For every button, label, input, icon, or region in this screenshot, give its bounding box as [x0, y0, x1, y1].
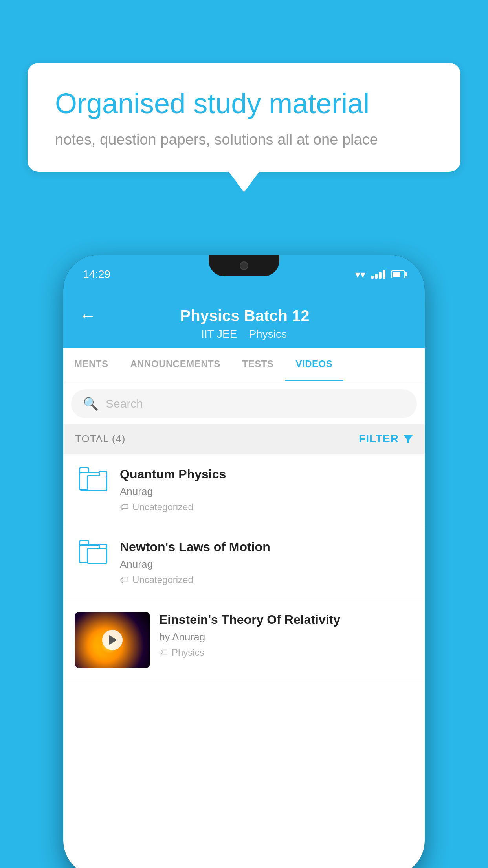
list-item[interactable]: Einstein's Theory Of Relativity by Anura…: [63, 599, 425, 681]
search-input[interactable]: Search: [106, 397, 143, 410]
video-tag: 🏷 Uncategorized: [120, 574, 413, 585]
video-tag: 🏷 Uncategorized: [120, 502, 413, 513]
tab-tests[interactable]: TESTS: [231, 348, 285, 381]
tag-icon: 🏷: [120, 502, 128, 512]
tag-icon: 🏷: [120, 575, 128, 585]
video-title: Einstein's Theory Of Relativity: [159, 612, 413, 627]
app-header: ← Physics Batch 12 IIT JEE Physics: [63, 294, 425, 348]
wifi-icon: ▾▾: [355, 268, 365, 281]
search-container: 🔍 Search: [63, 381, 425, 424]
video-author: by Anurag: [159, 631, 413, 643]
video-info: Newton's Laws of Motion Anurag 🏷 Uncateg…: [120, 540, 413, 585]
camera: [240, 261, 248, 270]
speech-bubble: Organised study material notes, question…: [28, 63, 460, 172]
battery-icon: [391, 270, 405, 278]
video-author: Anurag: [120, 558, 413, 570]
total-count: TOTAL (4): [75, 433, 125, 445]
page-title: Physics Batch 12: [96, 307, 393, 325]
video-list: Quantum Physics Anurag 🏷 Uncategorized: [63, 454, 425, 681]
search-icon: 🔍: [83, 396, 99, 411]
play-button[interactable]: [102, 630, 123, 650]
header-top: ← Physics Batch 12: [79, 306, 409, 326]
status-icons: ▾▾: [355, 268, 405, 281]
video-info: Einstein's Theory Of Relativity by Anura…: [159, 612, 413, 658]
tab-ments[interactable]: MENTS: [63, 348, 119, 381]
tab-videos[interactable]: VIDEOS: [285, 348, 344, 381]
signal-icon: [371, 270, 385, 279]
tag-icon: 🏷: [159, 647, 168, 658]
back-button[interactable]: ←: [79, 306, 96, 326]
filter-button[interactable]: FILTER: [359, 432, 413, 445]
svg-marker-0: [404, 435, 413, 443]
speech-bubble-subtext: notes, question papers, solutions all at…: [55, 131, 433, 148]
status-bar: 14:29 ▾▾: [63, 255, 425, 294]
phone-notch: [209, 255, 279, 276]
list-item[interactable]: Quantum Physics Anurag 🏷 Uncategorized: [63, 454, 425, 526]
filter-bar: TOTAL (4) FILTER: [63, 424, 425, 454]
tabs-bar: MENTS ANNOUNCEMENTS TESTS VIDEOS: [63, 348, 425, 381]
status-time: 14:29: [83, 268, 110, 281]
subtitle-physics: Physics: [249, 328, 286, 340]
phone-screen: ← Physics Batch 12 IIT JEE Physics MENTS…: [63, 294, 425, 868]
video-thumbnail: [75, 612, 150, 668]
video-author: Anurag: [120, 485, 413, 498]
filter-funnel-icon: [404, 435, 413, 443]
subtitle-iitjee: IIT JEE: [201, 328, 237, 340]
speech-bubble-heading: Organised study material: [55, 86, 433, 120]
header-subtitle: IIT JEE Physics: [201, 328, 287, 340]
folder-icon: [75, 540, 110, 563]
video-info: Quantum Physics Anurag 🏷 Uncategorized: [120, 467, 413, 513]
phone-frame: 14:29 ▾▾ ← Physics Batch 12 I: [63, 255, 425, 868]
speech-bubble-container: Organised study material notes, question…: [28, 63, 460, 172]
search-bar[interactable]: 🔍 Search: [71, 389, 417, 418]
video-title: Newton's Laws of Motion: [120, 540, 413, 554]
video-title: Quantum Physics: [120, 467, 413, 482]
folder-icon: [75, 467, 110, 491]
list-item[interactable]: Newton's Laws of Motion Anurag 🏷 Uncateg…: [63, 526, 425, 599]
tab-announcements[interactable]: ANNOUNCEMENTS: [119, 348, 231, 381]
video-tag: 🏷 Physics: [159, 647, 413, 658]
